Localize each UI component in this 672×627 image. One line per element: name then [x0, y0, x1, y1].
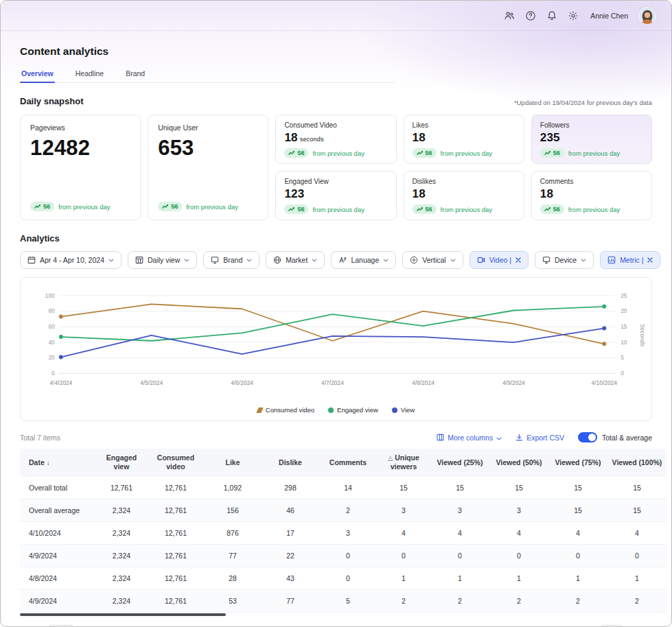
- delta-note: from previous day: [441, 206, 493, 213]
- card-value: 18: [413, 187, 515, 201]
- card-dislikes[interactable]: Dislikes 18 56from previous day: [404, 171, 524, 220]
- value-cell: 3: [430, 499, 489, 521]
- page-number-select[interactable]: 1: [601, 625, 622, 627]
- bell-icon[interactable]: [546, 10, 557, 21]
- value-cell: 2: [548, 589, 607, 612]
- svg-text:10: 10: [621, 339, 627, 346]
- table-row[interactable]: Overall total12,76112,7611,0922981415151…: [20, 477, 667, 499]
- column-header-unique-viewers[interactable]: △Unique viewers: [377, 449, 430, 476]
- column-header-viewed-50[interactable]: Viewed (50%): [489, 449, 548, 476]
- card-followers[interactable]: Followers 235 56from previous day: [531, 115, 652, 164]
- chevron-down-icon: [312, 259, 317, 262]
- trend-up-icon: [544, 150, 551, 156]
- close-icon[interactable]: [647, 257, 653, 263]
- svg-text:25: 25: [621, 292, 627, 299]
- column-header-consumed-video[interactable]: Consumed video: [148, 449, 204, 476]
- analytics-table: Date↓Engaged viewConsumed videoLikeDisli…: [20, 449, 667, 612]
- card-pageviews[interactable]: Pageviews 12482 56from previous day: [20, 115, 141, 220]
- row-label-cell: Overall total: [20, 477, 95, 499]
- tab-overview[interactable]: Overview: [20, 67, 55, 82]
- value-cell: 12,761: [148, 544, 204, 567]
- tab-bar: Overview Headline Brand: [20, 67, 396, 83]
- column-header-engaged-view[interactable]: Engaged view: [95, 449, 148, 476]
- legend-consumed-video[interactable]: Consumed video: [257, 406, 314, 414]
- value-cell: 1: [548, 567, 607, 589]
- column-header-viewed-75[interactable]: Viewed (75%): [548, 449, 607, 476]
- card-value: 18seconds: [284, 131, 387, 145]
- tab-headline[interactable]: Headline: [74, 67, 105, 82]
- page-size-control: Showing40per page: [20, 625, 104, 627]
- table-row[interactable]: 4/9/20242,32412,7617722000000: [20, 544, 667, 567]
- card-label: Followers: [540, 121, 643, 129]
- filter-chip-apr-4-apr-10-2024[interactable]: Apr 4 - Apr 10, 2024: [20, 251, 121, 269]
- legend-engaged-view[interactable]: Engaged view: [328, 406, 378, 414]
- help-icon[interactable]: [525, 10, 536, 21]
- filter-chip-brand[interactable]: Brand: [203, 251, 259, 269]
- value-cell: 4: [489, 521, 548, 544]
- svg-text:20: 20: [48, 354, 55, 361]
- flag-triangle-icon: △: [388, 455, 393, 462]
- value-cell: 0: [607, 544, 667, 567]
- filter-chip-device[interactable]: Device: [535, 251, 594, 269]
- value-cell: 0: [548, 544, 607, 567]
- filter-chip-market[interactable]: Market: [266, 251, 325, 269]
- table-row[interactable]: 4/8/20242,32412,7612843011111: [20, 567, 667, 589]
- total-average-toggle[interactable]: [578, 432, 597, 442]
- card-comments[interactable]: Comments 18 56from previous day: [531, 171, 652, 220]
- chevron-down-icon: [184, 259, 189, 262]
- card-label: Likes: [413, 121, 515, 129]
- value-cell: 2,324: [95, 499, 148, 521]
- page-size-select[interactable]: 40: [49, 625, 73, 627]
- tab-brand[interactable]: Brand: [124, 67, 146, 82]
- user-name: Annie Chen: [590, 12, 628, 20]
- more-columns-button[interactable]: More columns: [437, 434, 502, 442]
- column-header-viewed-25[interactable]: Viewed (25%): [430, 449, 489, 476]
- card-engaged-view[interactable]: Engaged View 123 56from previous day: [275, 171, 396, 220]
- close-icon[interactable]: [515, 257, 521, 263]
- value-cell: 77: [204, 544, 262, 567]
- updated-note: *Updated on 19/04/2024 for previous day'…: [514, 99, 652, 106]
- avatar[interactable]: [638, 7, 656, 25]
- card-unit: seconds: [300, 136, 324, 143]
- chevron-down-icon: [450, 259, 456, 262]
- value-cell: 1: [430, 567, 489, 589]
- column-header-date[interactable]: Date↓: [20, 449, 95, 476]
- table-row[interactable]: Overall average2,32412,7611564623331515: [20, 499, 667, 521]
- card-label: Engaged View: [284, 178, 387, 185]
- export-csv-button[interactable]: Export CSV: [515, 434, 564, 442]
- value-cell: 46: [262, 499, 319, 521]
- delta-badge: 56: [540, 204, 564, 214]
- table-row[interactable]: 4/9/20242,32412,7615377522222: [20, 589, 667, 612]
- sort-descending-icon[interactable]: ↓: [47, 459, 50, 466]
- card-likes[interactable]: Likes 18 56from previous day: [404, 115, 524, 164]
- card-consumed-video[interactable]: Consumed Video 18seconds 56from previous…: [275, 115, 396, 164]
- analytics-title: Analytics: [20, 233, 60, 244]
- column-header-like[interactable]: Like: [204, 449, 262, 476]
- consumed-video-marker-icon: [256, 407, 264, 413]
- card-value: 12482: [30, 136, 130, 161]
- column-header-dislike[interactable]: Dislike: [262, 449, 319, 476]
- filter-chip-lanuage[interactable]: Lanuage: [331, 251, 396, 269]
- calendar-view-icon: [135, 256, 143, 264]
- filter-chip-video[interactable]: Video |: [470, 251, 529, 269]
- value-cell: 4: [607, 521, 667, 544]
- filter-chip-vertical[interactable]: Vertical: [402, 251, 463, 269]
- people-icon[interactable]: [504, 10, 515, 21]
- gear-icon[interactable]: [568, 10, 579, 21]
- filter-chip-metric[interactable]: Metric |: [600, 251, 660, 269]
- chevron-down-icon: [383, 259, 389, 262]
- table-row[interactable]: 4/10/20242,32412,76187617344444: [20, 521, 667, 544]
- toggle-label: Total & average: [602, 434, 652, 442]
- svg-text:4/6/2024: 4/6/2024: [231, 379, 253, 386]
- row-label-cell: Overall average: [20, 499, 95, 521]
- analytics-chart[interactable]: 0204060801000510152025Seconds4/4/20244/5…: [27, 286, 645, 403]
- column-header-viewed-100[interactable]: Viewed (100%): [607, 449, 667, 476]
- legend-view[interactable]: View: [392, 406, 415, 414]
- horizontal-scrollbar-thumb[interactable]: [20, 613, 226, 616]
- download-icon: [515, 434, 523, 441]
- card-unique-user[interactable]: Unique User 653 56from previous day: [148, 115, 268, 220]
- filter-chip-daily-view[interactable]: Daily view: [128, 251, 197, 269]
- value-cell: 3: [377, 499, 430, 521]
- table-toolbar: Total 7 items More columns Export CSV To…: [20, 432, 652, 442]
- column-header-comments[interactable]: Comments: [319, 449, 377, 476]
